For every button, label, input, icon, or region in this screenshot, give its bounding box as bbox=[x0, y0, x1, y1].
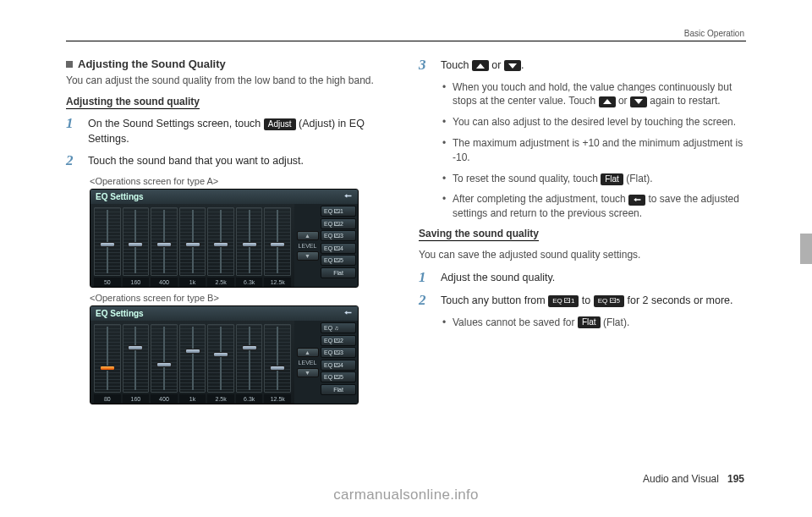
freq-label: 6.3k bbox=[236, 278, 263, 287]
save-step-2-body: Touch any button from EQ ⮹1 to EQ ⮹5 for… bbox=[441, 293, 746, 308]
freq-label: 400 bbox=[151, 394, 178, 404]
flat-pill: Flat bbox=[578, 316, 601, 328]
eq5-chip: EQ ⮹5 bbox=[594, 295, 624, 307]
eq-slider[interactable]: 400 bbox=[151, 324, 178, 404]
down-icon bbox=[630, 96, 647, 107]
caption-type-a: <Operations screen for type A> bbox=[90, 176, 393, 186]
eq-slider[interactable]: 2.5k bbox=[207, 324, 234, 404]
right-column: 3 Touch or . When you touch and hold, th… bbox=[419, 58, 746, 404]
breadcrumb: Basic Operation bbox=[684, 29, 744, 38]
footer-section: Audio and Visual bbox=[643, 473, 719, 485]
section-intro: You can adjust the sound quality from th… bbox=[66, 74, 393, 87]
down-icon bbox=[504, 60, 521, 71]
flat-button[interactable]: Flat bbox=[321, 267, 356, 278]
freq-label: 400 bbox=[151, 278, 178, 287]
eq1-chip: EQ ⮹1 bbox=[548, 295, 579, 307]
step-2-body: Touch the sound band that you want to ad… bbox=[88, 153, 393, 168]
eq-slider[interactable]: 12.5k bbox=[264, 324, 291, 404]
save-step-1-body: Adjust the sound quality. bbox=[441, 270, 746, 285]
eq-slider[interactable]: 400 bbox=[151, 207, 178, 287]
freq-label: 6.3k bbox=[236, 394, 263, 404]
freq-label: 80 bbox=[94, 394, 121, 404]
footer: Audio and Visual 195 bbox=[643, 473, 744, 485]
edge-tab bbox=[800, 234, 812, 264]
list-item: To reset the sound quality, touch Flat (… bbox=[442, 172, 746, 186]
freq-label: 50 bbox=[94, 278, 121, 287]
back-icon[interactable] bbox=[343, 309, 353, 318]
level-label: LEVEL bbox=[299, 358, 317, 367]
freq-label: 12.5k bbox=[264, 394, 291, 404]
caption-type-b: <Operations screen for type B> bbox=[90, 293, 393, 303]
eq-preset-button[interactable]: EQ ♫ bbox=[321, 322, 356, 333]
up-icon bbox=[472, 60, 489, 71]
level-control: ▲ LEVEL ▼ bbox=[296, 348, 319, 377]
up-icon bbox=[599, 96, 616, 107]
freq-label: 12.5k bbox=[264, 278, 291, 287]
step-1-body: On the Sound Settings screen, touch Adju… bbox=[88, 116, 393, 146]
eq-preset-button[interactable]: EQ ⮹5 bbox=[321, 371, 356, 382]
eq-panel-b: EQ Settings 801604001k2.5k6.3k12.5k ▲ LE… bbox=[90, 305, 359, 404]
saving-intro: You can save the adjusted sound quality … bbox=[419, 248, 746, 261]
eq-slider[interactable]: 6.3k bbox=[236, 207, 263, 287]
back-icon[interactable] bbox=[343, 192, 353, 201]
list-item: You can also adjust to the desired level… bbox=[442, 115, 746, 129]
list-item: After completing the adjustment, touch t… bbox=[442, 192, 746, 221]
watermark: carmanualsonline.info bbox=[0, 487, 812, 503]
freq-label: 2.5k bbox=[207, 278, 234, 287]
save-step-number-2: 2 bbox=[419, 293, 432, 309]
list-item: The maximum adjustment is +10 and the mi… bbox=[442, 136, 746, 165]
list-item: When you touch and hold, the value chang… bbox=[442, 80, 746, 109]
eq-slider[interactable]: 1k bbox=[179, 324, 206, 404]
eq-slider[interactable]: 160 bbox=[123, 324, 150, 404]
eq-slider[interactable]: 12.5k bbox=[264, 207, 291, 287]
left-column: Adjusting the Sound Quality You can adju… bbox=[66, 58, 393, 404]
freq-label: 1k bbox=[179, 394, 206, 404]
eq-slider[interactable]: 80 bbox=[94, 324, 121, 404]
eq-preset-button[interactable]: EQ ⮹2 bbox=[321, 218, 356, 229]
freq-label: 2.5k bbox=[207, 394, 234, 404]
eq-preset-button[interactable]: EQ ⮹3 bbox=[321, 347, 356, 358]
square-bullet-icon bbox=[66, 61, 73, 68]
eq-title-b: EQ Settings bbox=[96, 309, 144, 318]
level-down-button[interactable]: ▼ bbox=[297, 368, 319, 377]
section-title: Adjusting the Sound Quality bbox=[78, 58, 226, 70]
level-up-button[interactable]: ▲ bbox=[297, 231, 319, 240]
eq-slider[interactable]: 2.5k bbox=[207, 207, 234, 287]
list-item: Values cannot be saved for Flat (Flat). bbox=[442, 316, 746, 330]
adjust-pill: Adjust bbox=[264, 118, 296, 130]
eq-slider[interactable]: 6.3k bbox=[236, 324, 263, 404]
eq-preset-button[interactable]: EQ ⮹2 bbox=[321, 335, 356, 346]
eq-preset-button[interactable]: EQ ⮹3 bbox=[321, 230, 356, 241]
save-bullets: Values cannot be saved for Flat (Flat). bbox=[442, 316, 746, 330]
level-label: LEVEL bbox=[299, 241, 317, 250]
flat-button[interactable]: Flat bbox=[321, 384, 356, 395]
level-up-button[interactable]: ▲ bbox=[297, 348, 319, 357]
step-number-3: 3 bbox=[419, 58, 432, 74]
save-step-number-1: 1 bbox=[419, 270, 432, 286]
level-control: ▲ LEVEL ▼ bbox=[296, 231, 319, 261]
step-number-2: 2 bbox=[66, 153, 80, 169]
freq-label: 160 bbox=[123, 278, 150, 287]
flat-pill: Flat bbox=[601, 173, 623, 185]
step-number-1: 1 bbox=[66, 116, 80, 132]
eq-slider[interactable]: 50 bbox=[94, 207, 121, 287]
eq-slider[interactable]: 160 bbox=[123, 207, 150, 287]
eq-preset-button[interactable]: EQ ⮹4 bbox=[321, 360, 356, 371]
eq-panel-a: EQ Settings 501604001k2.5k6.3k12.5k ▲ LE… bbox=[90, 189, 359, 288]
eq-preset-button[interactable]: EQ ⮹5 bbox=[321, 255, 356, 266]
eq-slider[interactable]: 1k bbox=[179, 207, 206, 287]
eq-preset-button[interactable]: EQ ⮹4 bbox=[321, 243, 356, 254]
header-rule bbox=[66, 41, 746, 41]
back-icon bbox=[628, 195, 645, 206]
subheading-saving: Saving the sound quality bbox=[419, 228, 539, 241]
step-3-bullets: When you touch and hold, the value chang… bbox=[442, 80, 746, 221]
eq-preset-button[interactable]: EQ ⮹1 bbox=[321, 206, 356, 217]
subheading-adjusting: Adjusting the sound quality bbox=[66, 96, 200, 109]
page-number: 195 bbox=[727, 473, 744, 485]
eq-title-a: EQ Settings bbox=[96, 192, 144, 201]
freq-label: 160 bbox=[123, 394, 150, 404]
freq-label: 1k bbox=[179, 278, 206, 287]
level-down-button[interactable]: ▼ bbox=[297, 251, 319, 261]
step-3-body: Touch or . bbox=[441, 58, 746, 73]
